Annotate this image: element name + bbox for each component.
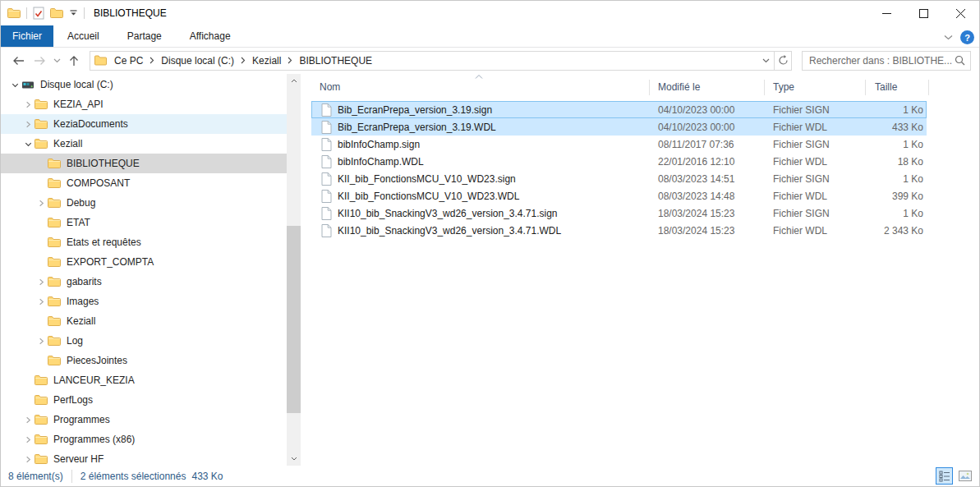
tree-item-keziall[interactable]: Keziall xyxy=(1,311,287,331)
up-button[interactable] xyxy=(63,51,85,71)
tree-item-serveur-hf[interactable]: Serveur HF xyxy=(1,449,287,466)
sort-ascending-icon xyxy=(475,75,483,79)
items-count: 8 élément(s) xyxy=(8,471,63,482)
tree-item-lanceur-kezia[interactable]: LANCEUR_KEZIA xyxy=(1,370,287,390)
chevron-right-icon[interactable] xyxy=(35,277,48,287)
file-size: 1 Ko xyxy=(866,139,927,150)
previous-locations-icon[interactable] xyxy=(757,52,774,70)
file-modified: 08/03/2023 14:48 xyxy=(650,191,765,202)
minimize-button[interactable] xyxy=(868,1,905,25)
tab-fichier[interactable]: Fichier xyxy=(1,25,53,47)
chevron-right-icon[interactable] xyxy=(35,198,48,209)
file-row[interactable]: KII10_bib_SnackingV3_wd26_version_3.4.71… xyxy=(311,204,927,222)
search-box[interactable] xyxy=(802,51,971,71)
chevron-down-icon[interactable] xyxy=(22,139,35,149)
tree-item-label: PerfLogs xyxy=(53,394,93,406)
tree-item-etats-et-requ-tes[interactable]: Etats et requêtes xyxy=(1,232,287,252)
file-modified: 18/03/2024 15:23 xyxy=(650,225,765,237)
tree-item-piecesjointes[interactable]: PiecesJointes xyxy=(1,351,287,370)
tree-item-etat[interactable]: ETAT xyxy=(1,213,287,232)
folder-icon xyxy=(48,256,62,268)
breadcrumb-chevron-icon[interactable] xyxy=(285,57,295,64)
expand-ribbon-icon[interactable] xyxy=(944,34,953,40)
file-size: 1 Ko xyxy=(866,208,927,219)
tab-accueil[interactable]: Accueil xyxy=(53,25,113,47)
column-header-modifie[interactable]: Modifié le xyxy=(650,80,765,95)
chevron-right-icon[interactable] xyxy=(35,336,48,347)
properties-icon[interactable] xyxy=(33,7,44,20)
file-type: Fichier SIGN xyxy=(765,104,866,116)
forward-button[interactable] xyxy=(29,51,50,71)
tab-partage[interactable]: Partage xyxy=(113,25,176,47)
file-modified: 08/03/2023 14:51 xyxy=(650,173,765,185)
breadcrumb-item-keziall[interactable]: Keziall xyxy=(248,55,285,67)
chevron-right-icon[interactable] xyxy=(22,119,35,130)
breadcrumb-item-ce-pc[interactable]: Ce PC xyxy=(110,55,147,67)
recent-locations-icon[interactable] xyxy=(50,51,63,71)
tree-item-programmes[interactable]: Programmes xyxy=(1,410,287,430)
breadcrumb-chevron-icon[interactable] xyxy=(147,57,157,64)
file-row[interactable]: KII_bib_FonctionsMCU_V10_WD23.WDL08/03/2… xyxy=(311,187,927,204)
file-size: 18 Ko xyxy=(866,156,927,168)
tree-item-composant[interactable]: COMPOSANT xyxy=(1,173,287,193)
file-row[interactable]: Bib_EcranPrepa_version_3.19.sign04/10/20… xyxy=(311,101,927,118)
file-type: Fichier SIGN xyxy=(765,139,866,150)
tree-item-bibliotheque[interactable]: BIBLIOTHEQUE xyxy=(1,154,287,173)
tree-item-label: gabarits xyxy=(67,276,102,287)
close-button[interactable] xyxy=(942,1,979,25)
folder-icon xyxy=(48,355,62,366)
tree-item-gabarits[interactable]: gabarits xyxy=(1,272,287,292)
back-button[interactable] xyxy=(7,51,29,71)
chevron-right-icon[interactable] xyxy=(22,454,35,465)
file-row[interactable]: bibInfoChamp.WDL22/01/2016 12:10Fichier … xyxy=(311,153,927,170)
file-row[interactable]: KII_bib_FonctionsMCU_V10_WD23.sign08/03/… xyxy=(311,170,927,187)
scroll-up-icon[interactable] xyxy=(287,74,301,88)
file-row[interactable]: Bib_EcranPrepa_version_3.19.WDL04/10/202… xyxy=(311,118,927,136)
file-row[interactable]: KII10_bib_SnackingV3_wd26_version_3.4.71… xyxy=(311,222,927,239)
address-bar[interactable]: Ce PCDisque local (C:)KeziallBIBLIOTHEQU… xyxy=(90,51,792,71)
file-row[interactable]: bibInfoChamp.sign08/11/2017 07:36Fichier… xyxy=(311,136,927,153)
tab-affichage[interactable]: Affichage xyxy=(176,25,245,47)
tree-item-keziadocuments[interactable]: KeziaDocuments xyxy=(1,114,287,134)
scrollbar-thumb[interactable] xyxy=(287,226,301,413)
search-input[interactable] xyxy=(809,55,955,67)
breadcrumb-item-bibliotheque[interactable]: BIBLIOTHEQUE xyxy=(295,55,376,67)
tree-item-kezia-api[interactable]: KEZIA_API xyxy=(1,94,287,114)
breadcrumb-item-disque-local-c[interactable]: Disque local (C:) xyxy=(157,55,238,67)
file-size: 433 Ko xyxy=(866,122,927,133)
tree-item-disque-local-c[interactable]: Disque local (C:) xyxy=(1,75,287,94)
details-view-button[interactable] xyxy=(936,467,953,485)
tree-item-keziall[interactable]: Keziall xyxy=(1,134,287,154)
folder-icon xyxy=(48,158,62,169)
customize-toolbar-icon[interactable] xyxy=(69,10,78,16)
scroll-down-icon[interactable] xyxy=(287,452,301,466)
search-icon[interactable] xyxy=(955,55,965,66)
column-header-type[interactable]: Type xyxy=(765,80,866,95)
tree-item-export-compta[interactable]: EXPORT_COMPTA xyxy=(1,252,287,272)
chevron-right-icon[interactable] xyxy=(22,99,35,110)
chevron-down-icon[interactable] xyxy=(9,80,21,90)
column-header-taille[interactable]: Taille xyxy=(866,80,929,95)
tree-item-debug[interactable]: Debug xyxy=(1,193,287,213)
file-size: 1 Ko xyxy=(866,173,927,185)
tree-item-label: Keziall xyxy=(53,138,82,149)
sidebar-scrollbar[interactable] xyxy=(287,74,301,466)
help-icon[interactable]: ? xyxy=(960,30,974,44)
tree-item-log[interactable]: Log xyxy=(1,331,287,351)
quick-access-toolbar: BIBLIOTHEQUE xyxy=(1,1,167,25)
maximize-button[interactable] xyxy=(905,1,942,25)
chevron-right-icon[interactable] xyxy=(22,415,35,425)
tree-item-programmes-x86[interactable]: Programmes (x86) xyxy=(1,430,287,449)
navigation-bar: Ce PCDisque local (C:)KeziallBIBLIOTHEQU… xyxy=(1,48,979,73)
refresh-icon[interactable] xyxy=(775,52,791,70)
column-header-nom[interactable]: Nom xyxy=(320,80,650,95)
file-modified: 04/10/2023 00:00 xyxy=(650,104,765,116)
tree-item-images[interactable]: Images xyxy=(1,292,287,311)
new-folder-icon[interactable] xyxy=(50,7,63,19)
folder-icon xyxy=(35,118,48,130)
chevron-right-icon[interactable] xyxy=(35,296,48,307)
tree-item-perflogs[interactable]: PerfLogs xyxy=(1,390,287,410)
thumbnail-view-button[interactable] xyxy=(956,467,973,485)
chevron-right-icon[interactable] xyxy=(22,434,35,445)
breadcrumb-chevron-icon[interactable] xyxy=(238,57,248,64)
